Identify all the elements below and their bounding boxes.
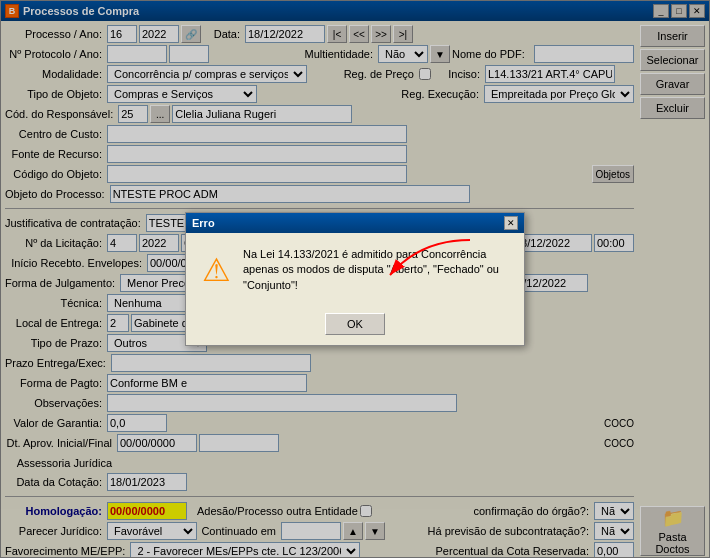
warning-icon: ⚠	[202, 251, 231, 289]
dialog-ok-btn[interactable]: OK	[325, 313, 385, 335]
dialog-footer: OK	[186, 307, 524, 345]
dialog-body: ⚠ Na Lei 14.133/2021 é admitido para Con…	[186, 233, 524, 307]
dialog-title-bar: Erro ✕	[186, 213, 524, 233]
dialog-close-btn[interactable]: ✕	[504, 216, 518, 230]
dialog-message: Na Lei 14.133/2021 é admitido para Conco…	[243, 247, 508, 293]
error-dialog: Erro ✕ ⚠ Na Lei 14.133/2021 é admitido p…	[185, 212, 525, 346]
dialog-overlay: Erro ✕ ⚠ Na Lei 14.133/2021 é admitido p…	[0, 0, 710, 558]
dialog-title-text: Erro	[192, 217, 215, 229]
